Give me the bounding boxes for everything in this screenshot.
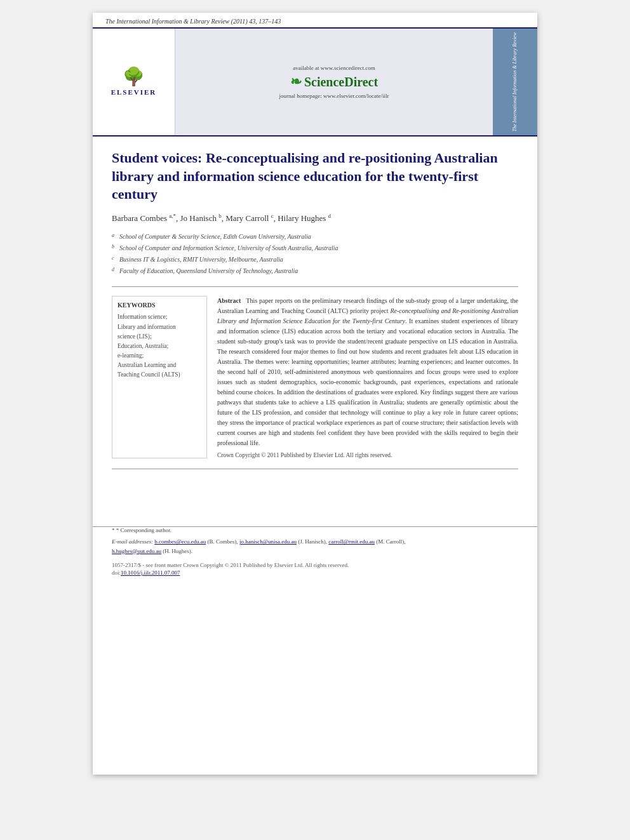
sd-available-text: available at www.sciencedirect.com — [293, 65, 375, 71]
email-carroll[interactable]: carroll@rmit.edu.au — [328, 538, 375, 545]
sd-logo-text: ScienceDirect — [304, 75, 378, 90]
sciencedirect-logo: ❧ ScienceDirect — [290, 74, 378, 90]
page: The International Information & Library … — [93, 13, 537, 775]
keywords-box: KEYWORDS Information science; Library an… — [112, 296, 207, 458]
divider-top — [112, 286, 518, 287]
sd-homepage-text: journal homepage: www.elsevier.com/locat… — [279, 93, 389, 99]
keywords-abstract-section: KEYWORDS Information science; Library an… — [112, 296, 518, 458]
affiliation-a: a School of Computer & Security Science,… — [112, 231, 518, 242]
email-combes[interactable]: b.combes@ecu.edu.au — [154, 538, 206, 545]
journal-brand-text: The International Information & Library … — [512, 32, 518, 131]
authors-line: Barbara Combes a,*, Jo Hanisch b, Mary C… — [112, 213, 518, 223]
affil-sup-d: d — [112, 265, 118, 274]
journal-volume: 43 — [249, 18, 255, 25]
author-sup-c: c — [271, 213, 274, 219]
doi-line: doi:10.1016/j.iilr.2011.07.007 — [112, 570, 518, 576]
journal-citation: The International Information & Library … — [93, 13, 537, 27]
article-content: Student voices: Re-conceptualising and r… — [93, 137, 537, 488]
author-sup-d: d — [328, 213, 332, 219]
abstract-italic-title: Re-conceptualising and Re-positioning Au… — [217, 307, 518, 324]
affiliation-b: b School of Computer and Information Sci… — [112, 243, 518, 253]
doi-link[interactable]: 10.1016/j.iilr.2011.07.007 — [121, 570, 180, 576]
email-addresses: E-mail addresses: b.combes@ecu.edu.au (B… — [112, 537, 518, 556]
copyright-text: Crown Copyright © 2011 Published by Else… — [217, 452, 518, 458]
journal-pages: 137–143 — [258, 18, 281, 25]
affiliation-c: c Business IT & Logistics, RMIT Universi… — [112, 254, 518, 265]
elsevier-tree-icon: 🌳 — [123, 68, 145, 86]
sciencedirect-box: available at www.sciencedirect.com ❧ Sci… — [175, 29, 493, 135]
keyword-2: Library and informationscience (LIS); — [117, 323, 201, 342]
abstract-box: Abstract This paper reports on the preli… — [217, 296, 518, 458]
footer-section: * * Corresponding author. E-mail address… — [93, 526, 537, 589]
keyword-5: Australian Learning andTeaching Council … — [117, 361, 201, 380]
issn-text: 1057-2317/$ - see front matter Crown Cop… — [112, 562, 349, 568]
affil-sup-a: a — [112, 231, 118, 240]
author-sup-b: b — [218, 213, 222, 219]
affiliation-d: d Faculty of Education, Queensland Unive… — [112, 265, 518, 276]
email-label: E-mail addresses: — [112, 538, 153, 545]
article-title: Student voices: Re-conceptualising and r… — [112, 149, 518, 204]
affil-sup-b: b — [112, 243, 118, 251]
elsevier-label: ELSEVIER — [111, 88, 157, 96]
email-hughes[interactable]: h.hughes@qut.edu.au — [112, 548, 161, 554]
journal-year: 2011 — [233, 18, 245, 25]
author-sup-a: a,* — [169, 213, 176, 219]
journal-name: The International Information & Library … — [105, 18, 229, 25]
header-banner: 🌳 ELSEVIER available at www.sciencedirec… — [93, 27, 537, 137]
email-hanisch[interactable]: jo.hanisch@unisa.edu.au — [239, 538, 297, 545]
abstract-text: Abstract This paper reports on the preli… — [217, 296, 518, 448]
doi-label: doi: — [112, 570, 121, 576]
keywords-list: Information science; Library and informa… — [117, 312, 201, 380]
keyword-3: Education, Australia; — [117, 342, 201, 351]
keyword-1: Information science; — [117, 312, 201, 322]
sd-leaf-icon: ❧ — [290, 74, 302, 90]
keyword-4: e-learning; — [117, 351, 201, 361]
corresponding-note: * * Corresponding author. — [112, 527, 518, 533]
keywords-title: KEYWORDS — [117, 302, 201, 309]
affiliations-block: a School of Computer & Security Science,… — [112, 231, 518, 276]
journal-brand-box: The International Information & Library … — [493, 29, 537, 135]
corresponding-label: * Corresponding author. — [116, 527, 171, 533]
elsevier-logo-box: 🌳 ELSEVIER — [93, 29, 175, 135]
divider-bottom — [112, 469, 518, 469]
affil-sup-c: c — [112, 254, 118, 263]
issn-line: 1057-2317/$ - see front matter Crown Cop… — [112, 562, 518, 568]
abstract-label: Abstract — [217, 297, 241, 304]
